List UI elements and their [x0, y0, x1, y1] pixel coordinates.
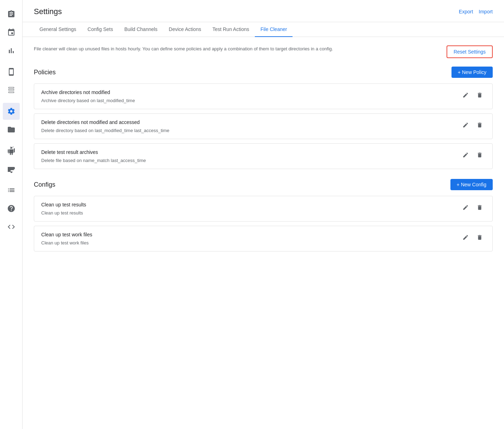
config-card-body-0: Clean up test results Clean up test resu… [41, 202, 454, 216]
policy-delete-button-1[interactable] [474, 119, 485, 131]
config-edit-button-0[interactable] [460, 202, 471, 213]
sidebar-item-calendar[interactable] [3, 24, 20, 41]
policies-section: Policies + New Policy Archive directorie… [34, 67, 493, 169]
config-name-1: Clean up test work files [41, 232, 454, 237]
policy-actions-1 [460, 119, 485, 131]
policy-desc-1: Delete directory based on last_modified_… [41, 128, 454, 133]
info-bar: File cleaner will clean up unused files … [34, 45, 493, 58]
tab-general-settings[interactable]: General Settings [34, 22, 82, 37]
sidebar-item-clipboard[interactable] [3, 6, 20, 23]
tab-file-cleaner[interactable]: File Cleaner [255, 22, 293, 37]
configs-title: Configs [34, 181, 55, 188]
policy-card-1: Delete directories not modified and acce… [34, 113, 493, 139]
sidebar-item-help[interactable] [3, 200, 20, 217]
policy-actions-2 [460, 149, 485, 161]
configs-section: Configs + New Config Clean up test resul… [34, 179, 493, 251]
main-content: Settings Export Import General Settings … [23, 0, 504, 429]
sidebar-item-monitor[interactable] [3, 161, 20, 178]
policy-delete-button-2[interactable] [474, 149, 485, 161]
sidebar [0, 0, 23, 429]
header-actions: Export Import [459, 9, 493, 14]
sidebar-item-chart[interactable] [3, 42, 20, 59]
sidebar-item-servers[interactable] [3, 82, 20, 99]
policy-name-0: Archive directories not modified [41, 89, 454, 95]
policy-edit-button-2[interactable] [460, 149, 471, 161]
sidebar-item-code[interactable] [3, 218, 20, 235]
config-actions-1 [460, 232, 485, 243]
config-delete-button-1[interactable] [474, 232, 485, 243]
policies-title: Policies [34, 69, 56, 76]
new-config-button[interactable]: + New Config [450, 179, 493, 190]
config-actions-0 [460, 202, 485, 213]
config-card-0: Clean up test results Clean up test resu… [34, 196, 493, 222]
policy-name-2: Delete test result archives [41, 149, 454, 155]
page-header: Settings Export Import [23, 0, 504, 22]
policy-edit-button-0[interactable] [460, 89, 471, 101]
config-card-1: Clean up test work files Clean up test w… [34, 226, 493, 251]
policy-card-0: Archive directories not modified Archive… [34, 83, 493, 109]
tabs-bar: General Settings Config Sets Build Chann… [23, 22, 504, 37]
tab-build-channels[interactable]: Build Channels [119, 22, 163, 37]
config-desc-0: Clean up test results [41, 210, 454, 216]
sidebar-item-android[interactable] [3, 142, 20, 159]
policy-card-body-0: Archive directories not modified Archive… [41, 89, 454, 103]
policy-actions-0 [460, 89, 485, 101]
tab-test-run-actions[interactable]: Test Run Actions [207, 22, 255, 37]
policy-delete-button-0[interactable] [474, 89, 485, 101]
config-name-0: Clean up test results [41, 202, 454, 207]
policies-section-header: Policies + New Policy [34, 67, 493, 78]
config-delete-button-0[interactable] [474, 202, 485, 213]
config-desc-1: Clean up test work files [41, 240, 454, 245]
content-area: File cleaner will clean up unused files … [23, 37, 504, 429]
config-edit-button-1[interactable] [460, 232, 471, 243]
sidebar-item-phone[interactable] [3, 63, 20, 80]
policy-desc-0: Archive directory based on last_modified… [41, 98, 454, 103]
policy-card-2: Delete test result archives Delete file … [34, 143, 493, 169]
policy-card-body-1: Delete directories not modified and acce… [41, 119, 454, 133]
export-link[interactable]: Export [459, 9, 473, 14]
configs-section-header: Configs + New Config [34, 179, 493, 190]
sidebar-item-settings[interactable] [3, 103, 20, 120]
new-policy-button[interactable]: + New Policy [451, 67, 493, 78]
sidebar-item-folder[interactable] [3, 121, 20, 138]
policy-card-body-2: Delete test result archives Delete file … [41, 149, 454, 163]
info-text: File cleaner will clean up unused files … [34, 45, 438, 52]
sidebar-item-list[interactable] [3, 182, 20, 199]
config-card-body-1: Clean up test work files Clean up test w… [41, 232, 454, 245]
page-title: Settings [34, 7, 62, 16]
tab-device-actions[interactable]: Device Actions [163, 22, 207, 37]
import-link[interactable]: Import [479, 9, 493, 14]
reset-settings-button[interactable]: Reset Settings [447, 45, 493, 58]
policy-edit-button-1[interactable] [460, 119, 471, 131]
policy-name-1: Delete directories not modified and acce… [41, 119, 454, 125]
policy-desc-2: Delete file based on name_match last_acc… [41, 158, 454, 163]
tab-config-sets[interactable]: Config Sets [82, 22, 118, 37]
